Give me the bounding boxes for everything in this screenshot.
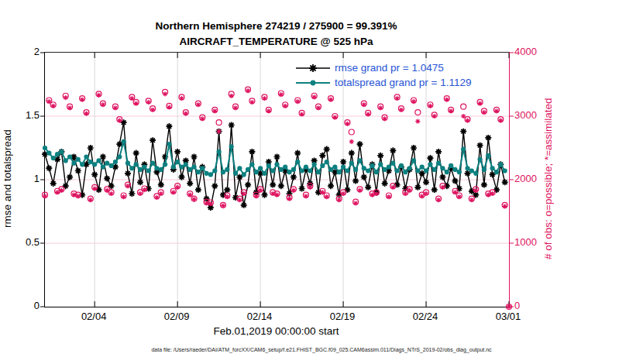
totalspread-marker (328, 167, 333, 172)
totalspread-marker (175, 160, 180, 164)
totalspread-marker (51, 156, 56, 160)
totalspread-marker (461, 147, 466, 152)
totalspread-line-sample-icon (294, 77, 332, 88)
totalspread-marker (407, 166, 412, 170)
totalspread-marker (221, 170, 225, 174)
datafile-path: data file: /Users/raeder/DAI/ATM_forcXX/… (0, 347, 643, 352)
totalspread-marker (382, 167, 387, 172)
totalspread-marker (254, 170, 259, 174)
totalspread-marker (212, 168, 217, 173)
totalspread-marker (320, 163, 325, 168)
totalspread-marker (64, 158, 68, 163)
totalspread-marker (67, 154, 72, 159)
totalspread-marker (486, 153, 490, 158)
totalspread-marker (129, 166, 134, 170)
totalspread-marker (415, 168, 420, 173)
totalspread-marker (76, 157, 81, 162)
y-tick-label-right: 1000 (514, 236, 552, 248)
totalspread-marker (362, 166, 366, 170)
totalspread-marker (420, 165, 425, 170)
totalspread-marker (43, 146, 47, 150)
x-tick-label: 02/04 (69, 311, 119, 322)
obs-possible-marker (216, 120, 222, 125)
y-tick-label-left: 1.5 (7, 109, 40, 121)
totalspread-marker (366, 168, 370, 173)
totalspread-marker (345, 168, 349, 173)
totalspread-marker (55, 152, 60, 156)
totalspread-marker (378, 162, 383, 167)
totalspread-marker (179, 165, 184, 170)
x-axis-label: Feb.01,2019 00:00:00 start (44, 325, 508, 337)
totalspread-marker (312, 162, 317, 167)
totalspread-marker (225, 167, 229, 172)
totalspread-marker (465, 166, 469, 170)
totalspread-marker (424, 168, 428, 173)
totalspread-marker (187, 167, 192, 172)
rmse-line-sample-icon (294, 63, 332, 74)
totalspread-marker (316, 170, 321, 174)
totalspread-marker (337, 170, 342, 174)
totalspread-marker (167, 142, 171, 146)
totalspread-marker (117, 154, 122, 159)
totalspread-marker (449, 163, 453, 168)
totalspread-marker (387, 165, 391, 170)
totalspread-marker (469, 168, 474, 173)
chart-canvas (45, 53, 509, 307)
totalspread-marker (390, 161, 395, 166)
y-tick-label-left: 0 (7, 300, 40, 311)
totalspread-marker (71, 161, 76, 166)
totalspread-marker (208, 172, 213, 177)
totalspread-marker (270, 168, 275, 173)
totalspread-marker (163, 162, 167, 167)
totalspread-marker (150, 161, 155, 166)
totalspread-marker (204, 171, 208, 176)
totalspread-marker (262, 171, 266, 176)
totalspread-marker (353, 167, 358, 172)
plot-area: rmse grand pr = 1.0475 totalspread grand… (44, 52, 510, 307)
totalspread-marker (299, 168, 304, 173)
totalspread-marker (304, 165, 308, 170)
totalspread-marker (503, 168, 507, 173)
totalspread-marker (142, 165, 146, 170)
totalspread-marker (233, 171, 238, 176)
legend-label-rmse: rmse grand pr = 1.0475 (335, 62, 444, 74)
totalspread-marker (440, 166, 445, 170)
totalspread-marker (154, 166, 159, 170)
chart-title-block: Northern Hemisphere 274219 / 275900 = 99… (44, 19, 508, 50)
totalspread-marker (477, 157, 482, 162)
y-tick-label-right: 3000 (514, 109, 552, 121)
totalspread-marker (191, 165, 196, 170)
totalspread-marker (126, 161, 130, 166)
totalspread-marker (138, 167, 143, 172)
x-tick-label: 02/09 (152, 311, 201, 322)
totalspread-marker (445, 170, 449, 174)
totalspread-marker (108, 163, 113, 168)
totalspread-marker (394, 168, 399, 173)
totalspread-marker (295, 160, 300, 164)
totalspread-marker (428, 162, 432, 167)
y-tick-label-right: 4000 (514, 46, 552, 57)
totalspread-marker (283, 165, 287, 170)
totalspread-marker (498, 162, 503, 167)
totalspread-marker (279, 167, 284, 172)
totalspread-marker (249, 162, 254, 167)
totalspread-marker (494, 170, 499, 174)
totalspread-marker (242, 172, 246, 177)
totalspread-marker (171, 165, 176, 170)
totalspread-marker (246, 167, 250, 172)
totalspread-marker (92, 162, 97, 167)
totalspread-marker (411, 158, 416, 163)
totalspread-marker (134, 162, 139, 167)
totalspread-marker (84, 154, 88, 159)
totalspread-marker (159, 167, 163, 172)
totalspread-marker (96, 158, 101, 163)
obs-possible-marker (461, 104, 466, 109)
legend-label-totalspread: totalspread grand pr = 1.1129 (335, 77, 472, 88)
totalspread-marker (457, 170, 462, 174)
obs-possible-marker (415, 110, 421, 115)
totalspread-marker (105, 161, 109, 166)
y-tick-label-right: 0 (514, 300, 552, 311)
obs-possible-marker (349, 129, 354, 135)
totalspread-marker (291, 167, 296, 172)
totalspread-marker (46, 150, 51, 155)
